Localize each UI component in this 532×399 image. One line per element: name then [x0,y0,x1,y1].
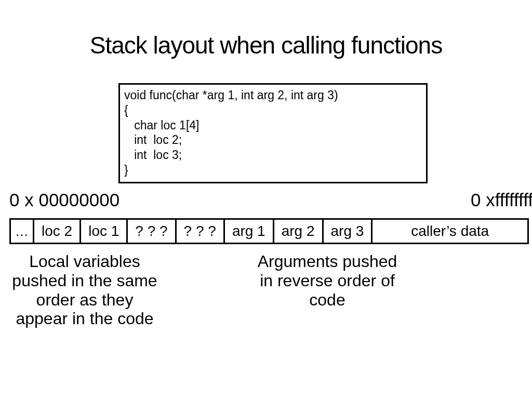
stack-cell-caller-data: caller’s data [373,220,527,243]
address-high: 0 xffffffff [471,190,532,210]
note-arguments: Arguments pushed in reverse order of cod… [255,252,400,309]
slide-title: Stack layout when calling functions [0,31,532,59]
code-box: void func(char *arg 1, int arg 2, int ar… [118,83,428,183]
stack-cell-unknown-1: ? ? ? [128,220,176,243]
stack-row: … loc 2 loc 1 ? ? ? ? ? ? arg 1 arg 2 ar… [9,218,529,244]
note-local-vars: Local variables pushed in the same order… [9,252,160,328]
stack-cell-unknown-2: ? ? ? [177,220,225,243]
stack-cell-ellipsis: … [11,220,34,243]
stack-cell-loc1: loc 1 [81,220,128,243]
address-low: 0 x 00000000 [9,190,119,210]
stack-cell-arg3: arg 3 [324,220,373,243]
stack-cell-loc2: loc 2 [34,220,81,243]
stack-cell-arg1: arg 1 [225,220,274,243]
stack-cell-arg2: arg 2 [274,220,324,243]
